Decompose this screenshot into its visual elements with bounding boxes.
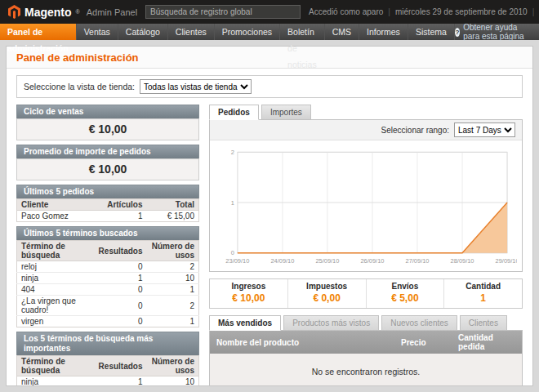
global-search xyxy=(145,5,301,19)
dashboard-body: Seleccione la vista de tienda: Todas las… xyxy=(7,69,532,386)
last-search-table: Término de búsquedaResultadosNúmero de u… xyxy=(16,240,199,327)
svg-text:1: 1 xyxy=(231,199,234,207)
page-title: Panel de administración xyxy=(16,51,523,64)
total-value: 1 xyxy=(446,292,520,304)
help-icon: ? xyxy=(455,28,460,37)
box-title: Últimos 5 términos buscados xyxy=(16,226,199,240)
column-header: Nombre del producto xyxy=(210,331,394,354)
global-search-input[interactable] xyxy=(145,5,301,19)
nav-item-cat-logo[interactable]: Catálogo xyxy=(118,24,168,40)
nav-item-clientes[interactable]: Clientes xyxy=(168,24,215,40)
tab-m-s-vendidos[interactable]: Más vendidos xyxy=(209,315,281,331)
average-orders-box: Promedio de importe de pedidos € 10,00 xyxy=(16,145,199,180)
table-cell: € 15,00 xyxy=(147,211,199,222)
total-cantidad: Cantidad1 xyxy=(443,279,522,308)
separator: | xyxy=(388,7,390,16)
nav-item-informes[interactable]: Informes xyxy=(359,24,408,40)
column-header: Precio xyxy=(394,331,452,354)
table-cell: ninja xyxy=(17,376,95,387)
column-header: Total xyxy=(147,199,199,211)
top-search-table: Término de búsquedaResultadosNúmero de u… xyxy=(16,355,199,386)
tab-clientes[interactable]: Clientes xyxy=(460,315,507,331)
svg-text:29/09/10: 29/09/10 xyxy=(496,257,517,265)
session-info: Accedió como aparo | miércoles 29 de sep… xyxy=(309,7,539,16)
brand-suffix: Admin Panel xyxy=(87,7,137,17)
column-header: Término de búsqueda xyxy=(17,241,95,261)
table-cell: 2 xyxy=(147,261,199,273)
range-label: Seleccionar rango: xyxy=(381,126,449,135)
table-cell: 10 xyxy=(147,376,199,387)
table-row: Paco Gomez1€ 15,00 xyxy=(17,211,199,222)
table-cell: 0 xyxy=(95,261,147,273)
svg-text:26/09/10: 26/09/10 xyxy=(360,257,384,265)
svg-text:28/09/10: 28/09/10 xyxy=(451,257,474,265)
table-row: reloj02 xyxy=(17,261,199,273)
table-cell: reloj xyxy=(17,261,95,273)
table-row: ¿La virgen que cuadro!02 xyxy=(17,296,199,316)
table-cell: 1 xyxy=(147,316,199,327)
range-bar: Seleccionar rango: Last 7 Days xyxy=(210,120,522,140)
total-label: Cantidad xyxy=(446,282,520,291)
svg-text:0: 0 xyxy=(231,249,234,256)
dashboard-columns: Ciclo de ventas € 10,00 Promedio de impo… xyxy=(16,105,523,386)
table-cell: 1 xyxy=(147,284,199,296)
brand-name: Magento xyxy=(24,6,72,19)
table-cell: 1 xyxy=(103,211,146,222)
table-cell: 0 xyxy=(95,296,147,316)
nav-item-panel-de-administraci-n[interactable]: Panel de administración xyxy=(0,24,77,40)
nav-item-ventas[interactable]: Ventas xyxy=(77,24,118,40)
table-cell: 10 xyxy=(147,273,199,284)
average-orders-value: € 10,00 xyxy=(16,158,199,180)
nav-item-sistema[interactable]: Sistema xyxy=(408,24,455,40)
table-cell: ¿La virgen que cuadro! xyxy=(17,296,95,316)
lifetime-sales-box: Ciclo de ventas € 10,00 xyxy=(16,105,199,140)
total-label: Impuestos xyxy=(290,282,364,291)
total-ingresos: Ingresos€ 10,00 xyxy=(210,279,287,308)
total-env-os: Envíos€ 5,00 xyxy=(366,279,444,308)
grid-tabs: Más vendidosProductos más vistosNuevos c… xyxy=(209,315,523,331)
main-nav: Panel de administraciónVentasCatálogoCli… xyxy=(0,24,539,40)
tab-importes[interactable]: Importes xyxy=(261,105,311,120)
orders-area-chart: 23/09/1024/09/1025/09/1026/09/1027/09/10… xyxy=(215,145,517,268)
lifetime-sales-value: € 10,00 xyxy=(16,118,199,140)
svg-text:2: 2 xyxy=(231,149,234,156)
magento-logo-icon xyxy=(8,5,20,19)
tab-pedidos[interactable]: Pedidos xyxy=(209,105,259,120)
help-link[interactable]: ? Obtener ayuda para esta página xyxy=(455,24,539,40)
total-label: Ingresos xyxy=(212,282,286,291)
diagram-tabs: PedidosImportes xyxy=(209,105,523,120)
left-column: Ciclo de ventas € 10,00 Promedio de impo… xyxy=(16,105,199,386)
nav-items: Panel de administraciónVentasCatálogoCli… xyxy=(0,24,455,40)
last-search-terms-box: Últimos 5 términos buscados Término de b… xyxy=(16,226,199,327)
empty-message: No se encontraron registros. xyxy=(210,354,522,386)
content-area: Panel de administración Seleccione la vi… xyxy=(6,46,533,386)
nav-item-cms[interactable]: CMS xyxy=(325,24,359,40)
empty-row: No se encontraron registros. xyxy=(210,354,522,386)
table-cell: virgen xyxy=(17,316,95,327)
separator: | xyxy=(532,7,535,16)
nav-item-promociones[interactable]: Promociones xyxy=(215,24,280,40)
table-cell: 0 xyxy=(95,316,147,327)
top-search-terms-box: Los 5 términos de búsqueda más important… xyxy=(16,332,199,386)
title-row: Panel de administración xyxy=(7,47,532,69)
store-switcher: Seleccione la vista de tienda: Todas las… xyxy=(16,75,523,98)
column-header: Resultados xyxy=(95,356,147,376)
range-select[interactable]: Last 7 Days xyxy=(454,122,515,137)
tab-nuevos-clientes[interactable]: Nuevos clientes xyxy=(381,315,457,331)
orders-panel: Seleccionar rango: Last 7 Days 23/09/102… xyxy=(209,119,523,272)
total-value: € 10,00 xyxy=(212,292,286,304)
table-row: ninja110 xyxy=(17,376,199,387)
store-view-select[interactable]: Todas las vistas de tienda xyxy=(140,79,252,94)
current-date: miércoles 29 de septiembre de 2010 xyxy=(395,7,528,16)
help-label: Obtener ayuda para esta página xyxy=(463,23,531,41)
box-title: Ciclo de ventas xyxy=(16,105,199,118)
tab-productos-m-s-vistos[interactable]: Productos más vistos xyxy=(283,315,379,331)
box-title: Últimos 5 pedidos xyxy=(16,185,199,198)
table-row: virgen01 xyxy=(17,316,199,327)
nav-item-bolet-n-de-noticias[interactable]: Boletín de noticias xyxy=(280,24,325,40)
last-orders-table: ClienteArtículosTotalPaco Gomez1€ 15,00 xyxy=(16,198,199,222)
logged-in-as: Accedió como aparo xyxy=(309,7,383,16)
store-switcher-label: Seleccione la vista de tienda: xyxy=(24,82,135,91)
table-cell: 2 xyxy=(147,296,199,316)
column-header: Número de usos xyxy=(147,241,199,261)
